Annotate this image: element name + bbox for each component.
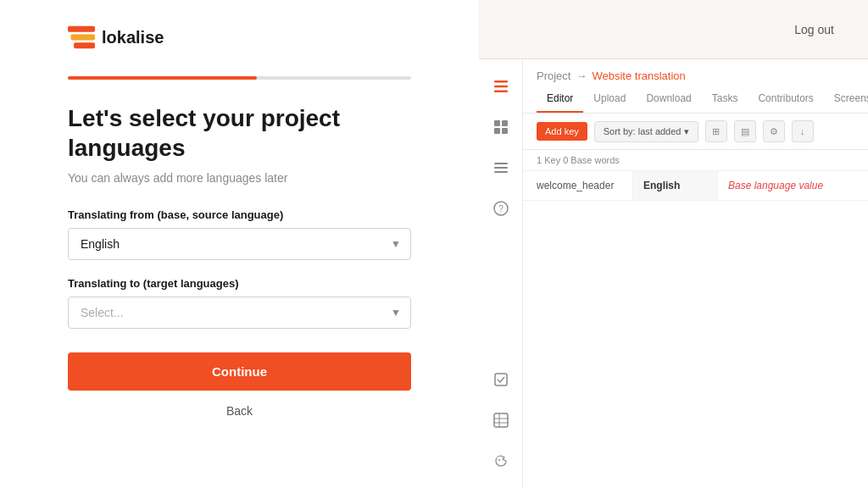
source-language-select[interactable]: English (68, 228, 411, 260)
tab-tasks[interactable]: Tasks (702, 86, 748, 113)
svg-rect-8 (494, 128, 500, 134)
toolbar-icon-btn-3[interactable]: ⚙ (763, 120, 785, 142)
sidebar-table-icon[interactable] (487, 407, 515, 434)
sidebar-chart-icon[interactable] (487, 114, 515, 141)
right-panel: Log out ? (479, 0, 868, 488)
svg-rect-5 (494, 91, 508, 93)
tab-screenshots[interactable]: Screenshots (824, 86, 868, 113)
tab-download[interactable]: Download (636, 86, 701, 113)
svg-text:?: ? (498, 204, 504, 214)
sidebar-check-icon[interactable] (487, 366, 515, 393)
logo: lokalise (68, 25, 411, 49)
svg-rect-4 (494, 86, 508, 88)
source-language-group: Translating from (base, source language)… (68, 208, 411, 260)
tab-upload[interactable]: Upload (583, 86, 636, 113)
app-sidebar: ? (479, 59, 523, 488)
svg-rect-6 (494, 120, 500, 126)
sidebar-menu-icon[interactable] (487, 73, 515, 100)
progress-bar-container (68, 76, 411, 80)
breadcrumb-arrow: → (576, 69, 587, 82)
breadcrumb-current[interactable]: Website translation (592, 69, 685, 82)
breadcrumb: Project → Website translation (523, 59, 868, 82)
target-language-group: Translating to (target languages) Select… (68, 277, 411, 329)
svg-rect-7 (502, 120, 508, 126)
tabs-bar: Editor Upload Download Tasks Contributor… (523, 86, 868, 114)
target-language-select-wrapper: Select... ▼ (68, 297, 411, 329)
svg-rect-10 (494, 163, 508, 164)
table-row: welcome_header English Base language val… (523, 171, 868, 201)
svg-rect-2 (74, 42, 95, 48)
svg-rect-0 (68, 26, 95, 32)
tab-editor[interactable]: Editor (537, 86, 583, 113)
breadcrumb-project: Project (537, 69, 570, 82)
editor-table: welcome_header English Base language val… (523, 171, 868, 201)
svg-rect-1 (71, 34, 95, 40)
left-panel: lokalise Let's select your project langu… (0, 0, 479, 488)
target-language-label: Translating to (target languages) (68, 277, 411, 290)
svg-rect-11 (494, 167, 508, 169)
svg-rect-12 (494, 171, 508, 173)
logo-svg-icon (68, 25, 95, 49)
tab-contributors[interactable]: Contributors (748, 86, 823, 113)
svg-rect-16 (494, 413, 508, 427)
sort-filter-button[interactable]: Sort by: last added ▾ (594, 121, 698, 142)
add-key-button[interactable]: Add key (537, 122, 587, 141)
sidebar-help-icon[interactable]: ? (487, 195, 515, 222)
toolbar-icon-btn-1[interactable]: ⊞ (705, 120, 727, 142)
toolbar-icon-btn-2[interactable]: ▤ (734, 120, 756, 142)
page-subtitle: You can always add more languages later (68, 171, 411, 185)
value-cell[interactable]: Base language value (718, 171, 868, 200)
toolbar-icon-btn-4[interactable]: ↓ (792, 120, 814, 142)
key-cell: welcome_header (523, 171, 633, 200)
target-language-select[interactable]: Select... (68, 297, 411, 329)
svg-point-20 (498, 459, 500, 461)
continue-button[interactable]: Continue (68, 352, 411, 391)
app-header: Log out (479, 0, 868, 59)
svg-rect-15 (495, 374, 507, 385)
back-button[interactable]: Back (68, 404, 411, 418)
toolbar: Add key Sort by: last added ▾ ⊞ ▤ ⚙ ↓ (523, 114, 868, 150)
app-body: ? Project → Website translation (479, 59, 868, 488)
svg-rect-3 (494, 80, 508, 83)
logo-text: lokalise (102, 28, 164, 47)
source-language-select-wrapper: English ▼ (68, 228, 411, 260)
sidebar-list-icon[interactable] (487, 154, 515, 181)
main-content: Project → Website translation Editor Upl… (523, 59, 868, 488)
language-cell: English (633, 171, 718, 200)
progress-bar-fill (68, 76, 257, 80)
sidebar-bird-icon[interactable] (487, 447, 515, 474)
stats-row: 1 Key 0 Base words (523, 150, 868, 171)
page-title: Let's select your project languages (68, 103, 411, 163)
svg-rect-9 (502, 128, 508, 134)
source-language-label: Translating from (base, source language) (68, 208, 411, 221)
logout-button[interactable]: Log out (794, 23, 834, 36)
